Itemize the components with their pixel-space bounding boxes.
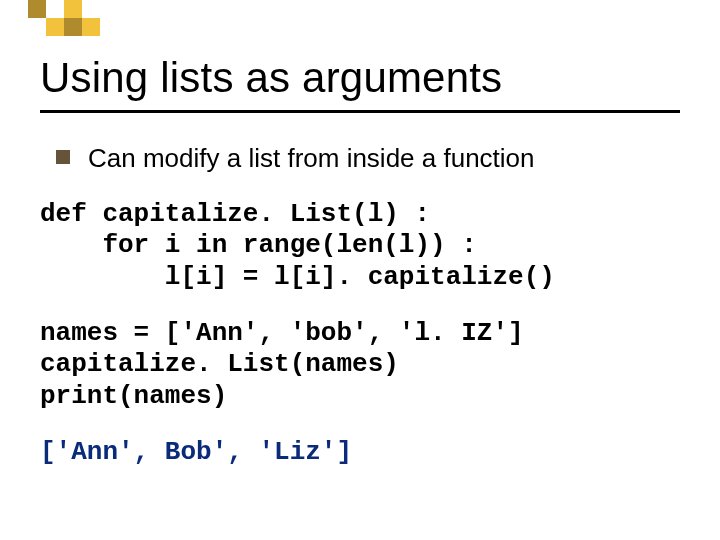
bullet-item: Can modify a list from inside a function xyxy=(56,142,680,175)
code-line: def capitalize. List(l) : xyxy=(40,199,430,229)
code-line: capitalize. List(names) xyxy=(40,349,399,379)
code-block-def: def capitalize. List(l) : for i in range… xyxy=(40,199,680,294)
code-line: l[i] = l[i]. capitalize() xyxy=(40,262,555,292)
svg-rect-8 xyxy=(100,18,148,36)
svg-rect-1 xyxy=(46,0,64,18)
svg-rect-2 xyxy=(64,0,82,18)
code-output: ['Ann', Bob', 'Liz'] xyxy=(40,437,680,467)
bullet-square-icon xyxy=(56,150,70,164)
svg-rect-6 xyxy=(64,18,82,36)
svg-rect-0 xyxy=(28,0,46,18)
svg-rect-7 xyxy=(82,18,100,36)
code-line: names = ['Ann', 'bob', 'l. IZ'] xyxy=(40,318,524,348)
code-block-usage: names = ['Ann', 'bob', 'l. IZ'] capitali… xyxy=(40,318,680,413)
code-line: print(names) xyxy=(40,381,227,411)
bullet-text: Can modify a list from inside a function xyxy=(88,142,535,175)
code-line: for i in range(len(l)) : xyxy=(40,230,477,260)
title-underline xyxy=(40,110,680,113)
svg-rect-4 xyxy=(28,18,46,36)
slide-title: Using lists as arguments xyxy=(40,54,680,102)
svg-rect-3 xyxy=(82,0,100,18)
svg-rect-5 xyxy=(46,18,64,36)
slide: Using lists as arguments Can modify a li… xyxy=(0,0,720,540)
corner-decoration xyxy=(28,0,148,36)
